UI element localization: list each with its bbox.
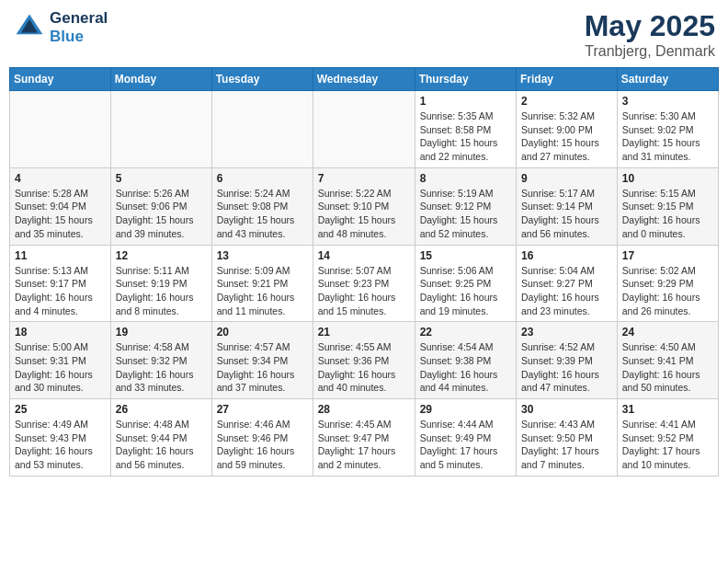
- calendar-cell: 24Sunrise: 4:50 AM Sunset: 9:41 PM Dayli…: [617, 322, 718, 399]
- cell-day-number: 27: [217, 403, 308, 416]
- calendar-cell: 12Sunrise: 5:11 AM Sunset: 9:19 PM Dayli…: [110, 245, 211, 322]
- cell-info: Sunrise: 5:32 AM Sunset: 9:00 PM Dayligh…: [521, 109, 612, 164]
- cell-info: Sunrise: 5:07 AM Sunset: 9:23 PM Dayligh…: [318, 264, 410, 318]
- calendar-cell: 16Sunrise: 5:04 AM Sunset: 9:27 PM Dayli…: [517, 245, 618, 322]
- cell-day-number: 30: [521, 403, 612, 416]
- cell-day-number: 6: [217, 172, 308, 185]
- calendar-cell: 15Sunrise: 5:06 AM Sunset: 9:25 PM Dayli…: [415, 245, 516, 322]
- cell-day-number: 11: [15, 249, 106, 262]
- cell-info: Sunrise: 5:26 AM Sunset: 9:06 PM Dayligh…: [116, 187, 207, 241]
- calendar-cell: 5Sunrise: 5:26 AM Sunset: 9:06 PM Daylig…: [110, 167, 211, 245]
- calendar-cell: 19Sunrise: 4:58 AM Sunset: 9:32 PM Dayli…: [110, 322, 211, 399]
- calendar-cell: 13Sunrise: 5:09 AM Sunset: 9:21 PM Dayli…: [211, 245, 313, 322]
- calendar-cell: 14Sunrise: 5:07 AM Sunset: 9:23 PM Dayli…: [313, 245, 415, 322]
- calendar-cell: 8Sunrise: 5:19 AM Sunset: 9:12 PM Daylig…: [415, 167, 516, 245]
- page-header: General Blue May 2025 Tranbjerg, Denmark: [9, 9, 719, 60]
- cell-day-number: 29: [420, 403, 511, 416]
- calendar-week-1: 1Sunrise: 5:35 AM Sunset: 8:58 PM Daylig…: [10, 91, 719, 168]
- calendar-cell: [313, 91, 415, 168]
- cell-info: Sunrise: 5:30 AM Sunset: 9:02 PM Dayligh…: [622, 109, 713, 164]
- cell-day-number: 9: [521, 172, 612, 185]
- calendar-week-3: 11Sunrise: 5:13 AM Sunset: 9:17 PM Dayli…: [10, 245, 719, 322]
- calendar-cell: 20Sunrise: 4:57 AM Sunset: 9:34 PM Dayli…: [211, 322, 313, 399]
- calendar-cell: 23Sunrise: 4:52 AM Sunset: 9:39 PM Dayli…: [517, 322, 618, 399]
- calendar-cell: 28Sunrise: 4:45 AM Sunset: 9:47 PM Dayli…: [313, 399, 415, 477]
- calendar-cell: 10Sunrise: 5:15 AM Sunset: 9:15 PM Dayli…: [617, 167, 718, 245]
- calendar-subtitle: Tranbjerg, Denmark: [585, 43, 715, 60]
- cell-day-number: 14: [318, 249, 410, 262]
- calendar-cell: 31Sunrise: 4:41 AM Sunset: 9:52 PM Dayli…: [617, 399, 718, 477]
- cell-info: Sunrise: 5:17 AM Sunset: 9:14 PM Dayligh…: [521, 187, 612, 241]
- cell-day-number: 10: [622, 172, 713, 185]
- cell-info: Sunrise: 4:45 AM Sunset: 9:47 PM Dayligh…: [318, 418, 410, 472]
- cell-day-number: 31: [622, 403, 713, 416]
- cell-day-number: 3: [622, 95, 713, 108]
- calendar-cell: 26Sunrise: 4:48 AM Sunset: 9:44 PM Dayli…: [110, 399, 211, 477]
- cell-day-number: 8: [420, 172, 511, 185]
- day-header-saturday: Saturday: [617, 68, 718, 91]
- cell-day-number: 12: [116, 249, 207, 262]
- cell-info: Sunrise: 4:43 AM Sunset: 9:50 PM Dayligh…: [521, 418, 612, 472]
- day-header-friday: Friday: [517, 68, 618, 91]
- cell-day-number: 23: [521, 326, 612, 339]
- cell-day-number: 19: [116, 326, 207, 339]
- cell-info: Sunrise: 5:09 AM Sunset: 9:21 PM Dayligh…: [217, 264, 308, 318]
- calendar-cell: [110, 91, 211, 168]
- cell-day-number: 28: [318, 403, 410, 416]
- cell-day-number: 16: [521, 249, 612, 262]
- cell-info: Sunrise: 4:41 AM Sunset: 9:52 PM Dayligh…: [622, 418, 713, 472]
- cell-info: Sunrise: 5:19 AM Sunset: 9:12 PM Dayligh…: [420, 187, 511, 241]
- cell-info: Sunrise: 5:22 AM Sunset: 9:10 PM Dayligh…: [318, 187, 410, 241]
- cell-info: Sunrise: 4:46 AM Sunset: 9:46 PM Dayligh…: [217, 418, 308, 472]
- calendar-table: SundayMondayTuesdayWednesdayThursdayFrid…: [9, 67, 719, 477]
- cell-info: Sunrise: 5:15 AM Sunset: 9:15 PM Dayligh…: [622, 187, 713, 241]
- day-header-thursday: Thursday: [415, 68, 516, 91]
- cell-day-number: 22: [420, 326, 511, 339]
- logo: General Blue: [13, 9, 108, 46]
- cell-day-number: 4: [15, 172, 106, 185]
- calendar-title: May 2025: [585, 9, 715, 43]
- calendar-week-5: 25Sunrise: 4:49 AM Sunset: 9:43 PM Dayli…: [10, 399, 719, 477]
- cell-day-number: 1: [420, 95, 511, 108]
- calendar-cell: [10, 91, 111, 168]
- cell-day-number: 2: [521, 95, 612, 108]
- calendar-week-4: 18Sunrise: 5:00 AM Sunset: 9:31 PM Dayli…: [10, 322, 719, 399]
- calendar-cell: 29Sunrise: 4:44 AM Sunset: 9:49 PM Dayli…: [415, 399, 516, 477]
- cell-day-number: 15: [420, 249, 511, 262]
- calendar-cell: 4Sunrise: 5:28 AM Sunset: 9:04 PM Daylig…: [10, 167, 111, 245]
- calendar-cell: 9Sunrise: 5:17 AM Sunset: 9:14 PM Daylig…: [517, 167, 618, 245]
- cell-info: Sunrise: 5:28 AM Sunset: 9:04 PM Dayligh…: [15, 187, 106, 241]
- day-header-tuesday: Tuesday: [211, 68, 313, 91]
- cell-info: Sunrise: 5:00 AM Sunset: 9:31 PM Dayligh…: [15, 340, 106, 395]
- calendar-cell: 2Sunrise: 5:32 AM Sunset: 9:00 PM Daylig…: [517, 91, 618, 168]
- cell-day-number: 18: [15, 326, 106, 339]
- calendar-cell: 17Sunrise: 5:02 AM Sunset: 9:29 PM Dayli…: [617, 245, 718, 322]
- day-header-wednesday: Wednesday: [313, 68, 415, 91]
- cell-info: Sunrise: 5:06 AM Sunset: 9:25 PM Dayligh…: [420, 264, 511, 318]
- cell-day-number: 20: [217, 326, 308, 339]
- calendar-cell: 3Sunrise: 5:30 AM Sunset: 9:02 PM Daylig…: [617, 91, 718, 168]
- cell-info: Sunrise: 5:04 AM Sunset: 9:27 PM Dayligh…: [521, 264, 612, 318]
- cell-info: Sunrise: 4:48 AM Sunset: 9:44 PM Dayligh…: [116, 418, 207, 472]
- cell-day-number: 7: [318, 172, 410, 185]
- calendar-cell: 1Sunrise: 5:35 AM Sunset: 8:58 PM Daylig…: [415, 91, 516, 168]
- cell-info: Sunrise: 4:55 AM Sunset: 9:36 PM Dayligh…: [318, 340, 410, 395]
- cell-info: Sunrise: 5:13 AM Sunset: 9:17 PM Dayligh…: [15, 264, 106, 318]
- cell-day-number: 24: [622, 326, 713, 339]
- cell-info: Sunrise: 4:52 AM Sunset: 9:39 PM Dayligh…: [521, 340, 612, 395]
- calendar-cell: 25Sunrise: 4:49 AM Sunset: 9:43 PM Dayli…: [10, 399, 111, 477]
- calendar-header-row: SundayMondayTuesdayWednesdayThursdayFrid…: [10, 68, 719, 91]
- cell-info: Sunrise: 5:35 AM Sunset: 8:58 PM Dayligh…: [420, 109, 511, 164]
- cell-info: Sunrise: 5:11 AM Sunset: 9:19 PM Dayligh…: [116, 264, 207, 318]
- cell-info: Sunrise: 5:02 AM Sunset: 9:29 PM Dayligh…: [622, 264, 713, 318]
- cell-info: Sunrise: 4:44 AM Sunset: 9:49 PM Dayligh…: [420, 418, 511, 472]
- calendar-cell: 11Sunrise: 5:13 AM Sunset: 9:17 PM Dayli…: [10, 245, 111, 322]
- cell-day-number: 26: [116, 403, 207, 416]
- cell-info: Sunrise: 4:57 AM Sunset: 9:34 PM Dayligh…: [217, 340, 308, 395]
- calendar-cell: 22Sunrise: 4:54 AM Sunset: 9:38 PM Dayli…: [415, 322, 516, 399]
- logo-text: General Blue: [50, 9, 108, 46]
- cell-day-number: 5: [116, 172, 207, 185]
- calendar-cell: 18Sunrise: 5:00 AM Sunset: 9:31 PM Dayli…: [10, 322, 111, 399]
- cell-day-number: 13: [217, 249, 308, 262]
- cell-info: Sunrise: 4:50 AM Sunset: 9:41 PM Dayligh…: [622, 340, 713, 395]
